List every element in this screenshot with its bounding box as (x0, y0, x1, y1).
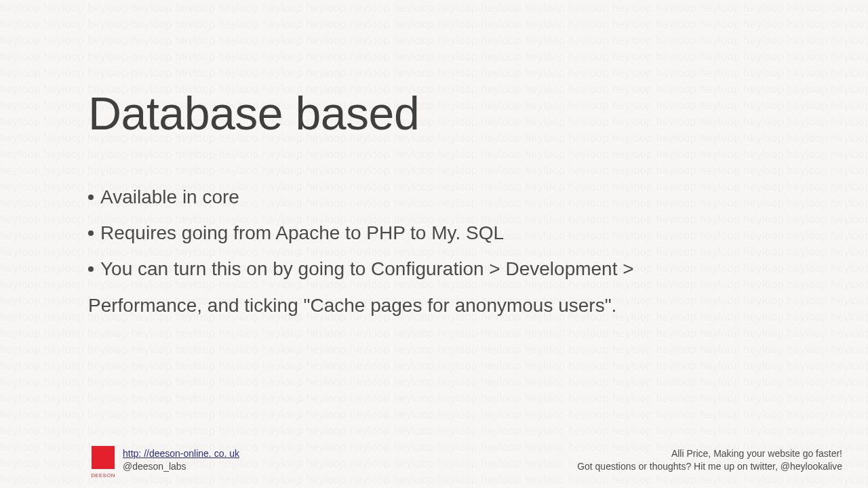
bullet-icon (88, 230, 94, 236)
bullet-item: Available in core (88, 179, 712, 215)
deeson-logo: DEESON (92, 446, 115, 469)
bullet-text: Available in core (100, 186, 239, 207)
bullet-text: Requires going from Apache to PHP to My.… (100, 222, 504, 243)
bullet-icon (88, 266, 94, 272)
footer-right: Alli Price, Making your website go faste… (577, 447, 842, 473)
footer-left-text: http: //deeson-online. co. uk @deeson_la… (123, 447, 239, 473)
slide-title: Database based (88, 87, 780, 140)
bullet-list: Available in core Requires going from Ap… (88, 179, 712, 323)
slide-content: Database based Available in core Require… (0, 0, 868, 488)
footer-tagline: Got questions or thoughts? Hit me up on … (577, 460, 842, 473)
footer-left: DEESON http: //deeson-online. co. uk @de… (92, 447, 239, 473)
footer-link[interactable]: http: //deeson-online. co. uk (123, 448, 239, 459)
bullet-item: You can turn this on by going to Configu… (88, 251, 712, 323)
footer: DEESON http: //deeson-online. co. uk @de… (0, 447, 868, 473)
bullet-icon (88, 195, 94, 200)
footer-byline: Alli Price, Making your website go faste… (577, 447, 842, 460)
bullet-item: Requires going from Apache to PHP to My.… (88, 215, 712, 251)
bullet-text: You can turn this on by going to Configu… (88, 258, 634, 315)
footer-handle: @deeson_labs (123, 461, 186, 472)
logo-label: DEESON (91, 472, 115, 479)
